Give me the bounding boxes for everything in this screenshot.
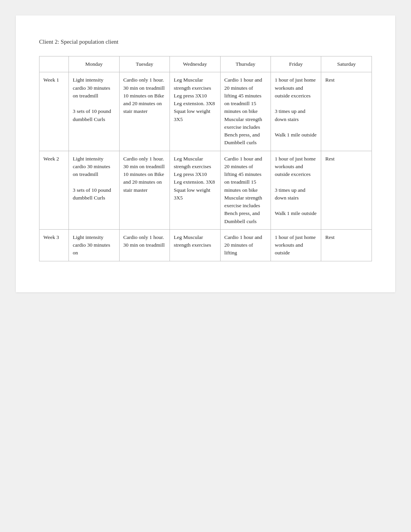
header-friday: Friday bbox=[271, 56, 321, 72]
page-title: Client 2: Special population client bbox=[39, 39, 372, 45]
cell-3-friday: 1 hour of just home workouts and outside bbox=[271, 229, 321, 261]
header-week bbox=[39, 56, 69, 72]
cell-1-friday: 1 hour of just home workouts and outside… bbox=[271, 72, 321, 151]
cell-3-thursday: Cardio 1 hour and 20 minutes of lifting bbox=[220, 229, 271, 261]
header-thursday: Thursday bbox=[220, 56, 271, 72]
cell-3-week: Week 3 bbox=[39, 229, 69, 261]
cell-3-monday: Light intensity cardio 30 minutes on bbox=[69, 229, 119, 261]
header-tuesday: Tuesday bbox=[119, 56, 170, 72]
cell-2-monday: Light intensity cardio 30 minutes on tre… bbox=[69, 151, 119, 229]
cell-2-saturday: Rest bbox=[321, 151, 372, 229]
cell-3-tuesday: Cardio only 1 hour. 30 min on treadmill bbox=[119, 229, 170, 261]
cell-2-thursday: Cardio 1 hour and 20 minutes of lifting … bbox=[220, 151, 271, 229]
page-container: Client 2: Special population client Mond… bbox=[16, 15, 395, 292]
cell-2-week: Week 2 bbox=[39, 151, 69, 229]
cell-3-wednesday: Leg Muscular strength exercises bbox=[170, 229, 220, 261]
schedule-table: Monday Tuesday Wednesday Thursday Friday… bbox=[39, 56, 372, 261]
header-monday: Monday bbox=[69, 56, 119, 72]
cell-1-tuesday: Cardio only 1 hour. 30 min on treadmill … bbox=[119, 72, 170, 151]
cell-3-saturday: Rest bbox=[321, 229, 372, 261]
cell-1-saturday: Rest bbox=[321, 72, 372, 151]
cell-1-wednesday: Leg Muscular strength exercises Leg pres… bbox=[170, 72, 220, 151]
cell-2-tuesday: Cardio only 1 hour. 30 min on treadmill … bbox=[119, 151, 170, 229]
cell-1-monday: Light intensity cardio 30 minutes on tre… bbox=[69, 72, 119, 151]
cell-2-friday: 1 hour of just home workouts and outside… bbox=[271, 151, 321, 229]
cell-1-week: Week 1 bbox=[39, 72, 69, 151]
header-saturday: Saturday bbox=[321, 56, 372, 72]
cell-1-thursday: Cardio 1 hour and 20 minutes of lifting … bbox=[220, 72, 271, 151]
header-wednesday: Wednesday bbox=[170, 56, 220, 72]
cell-2-wednesday: Leg Muscular strength exercises Leg pres… bbox=[170, 151, 220, 229]
